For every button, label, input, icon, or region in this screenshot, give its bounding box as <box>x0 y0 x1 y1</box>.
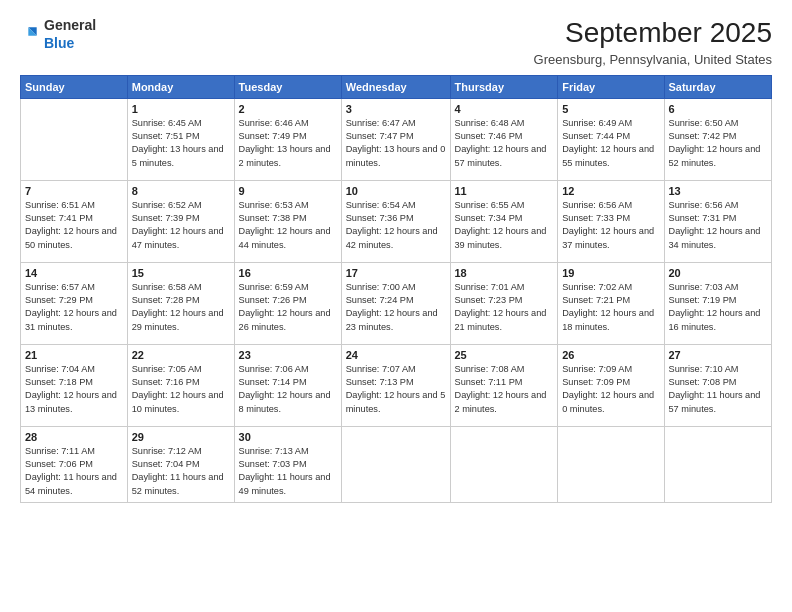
weekday-header: Sunday <box>21 75 128 98</box>
calendar-cell: 27Sunrise: 7:10 AMSunset: 7:08 PMDayligh… <box>664 344 772 426</box>
title-block: September 2025 Greensburg, Pennsylvania,… <box>534 16 772 67</box>
header: General Blue September 2025 Greensburg, … <box>20 16 772 67</box>
calendar-cell: 15Sunrise: 6:58 AMSunset: 7:28 PMDayligh… <box>127 262 234 344</box>
day-number: 18 <box>455 267 554 279</box>
calendar-cell <box>450 426 558 502</box>
day-info: Sunrise: 7:04 AMSunset: 7:18 PMDaylight:… <box>25 363 123 416</box>
day-number: 25 <box>455 349 554 361</box>
location: Greensburg, Pennsylvania, United States <box>534 52 772 67</box>
day-info: Sunrise: 6:46 AMSunset: 7:49 PMDaylight:… <box>239 117 337 170</box>
logo-icon <box>20 24 40 44</box>
calendar-cell: 20Sunrise: 7:03 AMSunset: 7:19 PMDayligh… <box>664 262 772 344</box>
calendar-cell: 11Sunrise: 6:55 AMSunset: 7:34 PMDayligh… <box>450 180 558 262</box>
day-info: Sunrise: 7:03 AMSunset: 7:19 PMDaylight:… <box>669 281 768 334</box>
calendar-cell: 26Sunrise: 7:09 AMSunset: 7:09 PMDayligh… <box>558 344 664 426</box>
day-number: 10 <box>346 185 446 197</box>
logo-text: General Blue <box>44 16 96 52</box>
calendar-cell: 30Sunrise: 7:13 AMSunset: 7:03 PMDayligh… <box>234 426 341 502</box>
day-info: Sunrise: 6:49 AMSunset: 7:44 PMDaylight:… <box>562 117 659 170</box>
calendar-cell: 22Sunrise: 7:05 AMSunset: 7:16 PMDayligh… <box>127 344 234 426</box>
calendar-cell <box>21 98 128 180</box>
day-number: 28 <box>25 431 123 443</box>
calendar-cell: 18Sunrise: 7:01 AMSunset: 7:23 PMDayligh… <box>450 262 558 344</box>
calendar-week-row: 28Sunrise: 7:11 AMSunset: 7:06 PMDayligh… <box>21 426 772 502</box>
day-number: 4 <box>455 103 554 115</box>
weekday-header: Friday <box>558 75 664 98</box>
day-number: 7 <box>25 185 123 197</box>
day-info: Sunrise: 7:13 AMSunset: 7:03 PMDaylight:… <box>239 445 337 498</box>
day-info: Sunrise: 7:08 AMSunset: 7:11 PMDaylight:… <box>455 363 554 416</box>
day-number: 20 <box>669 267 768 279</box>
day-number: 11 <box>455 185 554 197</box>
day-info: Sunrise: 6:57 AMSunset: 7:29 PMDaylight:… <box>25 281 123 334</box>
day-number: 26 <box>562 349 659 361</box>
calendar-cell <box>664 426 772 502</box>
day-info: Sunrise: 6:51 AMSunset: 7:41 PMDaylight:… <box>25 199 123 252</box>
calendar-cell: 6Sunrise: 6:50 AMSunset: 7:42 PMDaylight… <box>664 98 772 180</box>
calendar-cell: 16Sunrise: 6:59 AMSunset: 7:26 PMDayligh… <box>234 262 341 344</box>
day-number: 9 <box>239 185 337 197</box>
logo-blue: Blue <box>44 35 74 51</box>
day-number: 21 <box>25 349 123 361</box>
day-info: Sunrise: 6:56 AMSunset: 7:31 PMDaylight:… <box>669 199 768 252</box>
calendar-week-row: 14Sunrise: 6:57 AMSunset: 7:29 PMDayligh… <box>21 262 772 344</box>
day-number: 5 <box>562 103 659 115</box>
calendar-cell: 23Sunrise: 7:06 AMSunset: 7:14 PMDayligh… <box>234 344 341 426</box>
day-info: Sunrise: 7:00 AMSunset: 7:24 PMDaylight:… <box>346 281 446 334</box>
calendar-cell: 13Sunrise: 6:56 AMSunset: 7:31 PMDayligh… <box>664 180 772 262</box>
day-info: Sunrise: 6:52 AMSunset: 7:39 PMDaylight:… <box>132 199 230 252</box>
calendar-cell: 10Sunrise: 6:54 AMSunset: 7:36 PMDayligh… <box>341 180 450 262</box>
calendar-week-row: 21Sunrise: 7:04 AMSunset: 7:18 PMDayligh… <box>21 344 772 426</box>
weekday-header-row: SundayMondayTuesdayWednesdayThursdayFrid… <box>21 75 772 98</box>
calendar-cell: 19Sunrise: 7:02 AMSunset: 7:21 PMDayligh… <box>558 262 664 344</box>
calendar-cell: 3Sunrise: 6:47 AMSunset: 7:47 PMDaylight… <box>341 98 450 180</box>
day-info: Sunrise: 6:47 AMSunset: 7:47 PMDaylight:… <box>346 117 446 170</box>
day-info: Sunrise: 7:05 AMSunset: 7:16 PMDaylight:… <box>132 363 230 416</box>
month-title: September 2025 <box>534 16 772 50</box>
day-info: Sunrise: 7:01 AMSunset: 7:23 PMDaylight:… <box>455 281 554 334</box>
day-number: 27 <box>669 349 768 361</box>
day-info: Sunrise: 6:50 AMSunset: 7:42 PMDaylight:… <box>669 117 768 170</box>
day-number: 16 <box>239 267 337 279</box>
calendar-cell: 21Sunrise: 7:04 AMSunset: 7:18 PMDayligh… <box>21 344 128 426</box>
calendar-cell <box>558 426 664 502</box>
calendar-cell: 17Sunrise: 7:00 AMSunset: 7:24 PMDayligh… <box>341 262 450 344</box>
calendar-cell: 8Sunrise: 6:52 AMSunset: 7:39 PMDaylight… <box>127 180 234 262</box>
day-number: 29 <box>132 431 230 443</box>
page: General Blue September 2025 Greensburg, … <box>0 0 792 612</box>
weekday-header: Saturday <box>664 75 772 98</box>
day-number: 6 <box>669 103 768 115</box>
calendar-cell: 9Sunrise: 6:53 AMSunset: 7:38 PMDaylight… <box>234 180 341 262</box>
day-number: 12 <box>562 185 659 197</box>
day-info: Sunrise: 6:58 AMSunset: 7:28 PMDaylight:… <box>132 281 230 334</box>
calendar-cell: 2Sunrise: 6:46 AMSunset: 7:49 PMDaylight… <box>234 98 341 180</box>
day-number: 22 <box>132 349 230 361</box>
day-info: Sunrise: 6:54 AMSunset: 7:36 PMDaylight:… <box>346 199 446 252</box>
calendar-cell: 5Sunrise: 6:49 AMSunset: 7:44 PMDaylight… <box>558 98 664 180</box>
day-number: 24 <box>346 349 446 361</box>
calendar-cell: 12Sunrise: 6:56 AMSunset: 7:33 PMDayligh… <box>558 180 664 262</box>
calendar-week-row: 7Sunrise: 6:51 AMSunset: 7:41 PMDaylight… <box>21 180 772 262</box>
day-number: 3 <box>346 103 446 115</box>
day-info: Sunrise: 7:12 AMSunset: 7:04 PMDaylight:… <box>132 445 230 498</box>
day-number: 2 <box>239 103 337 115</box>
calendar-table: SundayMondayTuesdayWednesdayThursdayFrid… <box>20 75 772 503</box>
calendar-cell: 1Sunrise: 6:45 AMSunset: 7:51 PMDaylight… <box>127 98 234 180</box>
logo: General Blue <box>20 16 96 52</box>
day-number: 13 <box>669 185 768 197</box>
calendar-cell: 14Sunrise: 6:57 AMSunset: 7:29 PMDayligh… <box>21 262 128 344</box>
day-info: Sunrise: 7:07 AMSunset: 7:13 PMDaylight:… <box>346 363 446 416</box>
weekday-header: Wednesday <box>341 75 450 98</box>
day-info: Sunrise: 6:55 AMSunset: 7:34 PMDaylight:… <box>455 199 554 252</box>
calendar-cell: 29Sunrise: 7:12 AMSunset: 7:04 PMDayligh… <box>127 426 234 502</box>
day-info: Sunrise: 6:53 AMSunset: 7:38 PMDaylight:… <box>239 199 337 252</box>
day-info: Sunrise: 6:45 AMSunset: 7:51 PMDaylight:… <box>132 117 230 170</box>
weekday-header: Thursday <box>450 75 558 98</box>
day-number: 8 <box>132 185 230 197</box>
day-info: Sunrise: 6:59 AMSunset: 7:26 PMDaylight:… <box>239 281 337 334</box>
calendar-cell <box>341 426 450 502</box>
calendar-cell: 7Sunrise: 6:51 AMSunset: 7:41 PMDaylight… <box>21 180 128 262</box>
calendar-cell: 25Sunrise: 7:08 AMSunset: 7:11 PMDayligh… <box>450 344 558 426</box>
day-number: 17 <box>346 267 446 279</box>
day-number: 23 <box>239 349 337 361</box>
